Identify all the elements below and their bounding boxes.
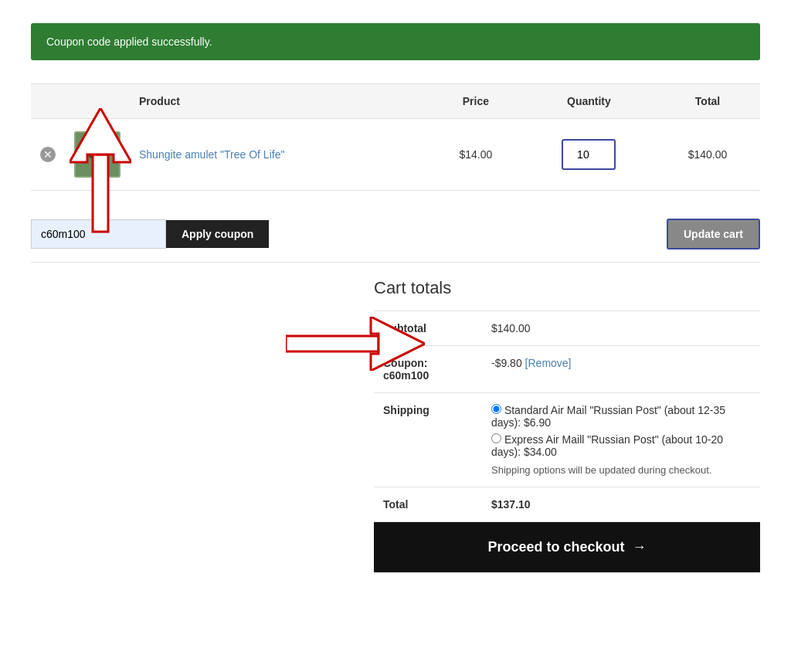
shipping-radio-express[interactable] xyxy=(491,433,501,443)
product-link[interactable]: Shungite amulet "Tree Of Life" xyxy=(139,148,284,161)
total-value: $137.10 xyxy=(482,487,760,522)
success-message: Coupon code applied successfully. xyxy=(46,36,212,48)
total-row: Total $137.10 xyxy=(374,487,760,522)
success-banner: Coupon code applied successfully. xyxy=(31,23,760,60)
shipping-note: Shipping options will be updated during … xyxy=(491,464,751,476)
shipping-standard-label: Standard Air Mail "Russian Post" (about … xyxy=(491,404,725,429)
checkout-arrow: → xyxy=(633,539,647,555)
update-cart-button[interactable]: Update cart xyxy=(667,219,760,249)
table-row: ✕ xyxy=(31,119,760,191)
red-arrow-right-svg xyxy=(286,317,425,371)
shipping-options-cell: Standard Air Mail "Russian Post" (about … xyxy=(482,393,760,487)
shipping-label: Shipping xyxy=(374,393,482,487)
cart-table: Product Price Quantity Total ✕ xyxy=(31,83,760,191)
subtotal-value: $140.00 xyxy=(482,311,760,346)
checkout-label: Proceed to checkout xyxy=(487,539,624,555)
coupon-discount: -$9.80 xyxy=(491,357,522,369)
subtotal-row: Subtotal $140.00 xyxy=(374,311,760,346)
shipping-option-express: Express Air Maill "Russian Post" (about … xyxy=(491,433,751,458)
quantity-input[interactable] xyxy=(562,139,616,170)
apply-coupon-button[interactable]: Apply coupon xyxy=(166,220,269,248)
product-price: $14.00 xyxy=(429,119,523,191)
product-name-cell: Shungite amulet "Tree Of Life" xyxy=(130,119,429,191)
col-header-price: Price xyxy=(429,84,523,119)
shipping-express-label: Express Air Maill "Russian Post" (about … xyxy=(491,433,723,458)
cart-totals-box: Cart totals Subtotal $140.00 Coupon: c60… xyxy=(374,278,760,572)
svg-rect-12 xyxy=(286,336,379,351)
checkout-button[interactable]: Proceed to checkout → xyxy=(374,522,760,572)
totals-table: Subtotal $140.00 Coupon: c60m100 -$9.80 … xyxy=(374,311,760,522)
col-header-product: Product xyxy=(130,84,429,119)
coupon-value-cell: -$9.80 [Remove] xyxy=(482,346,760,393)
remove-coupon-link[interactable]: [Remove] xyxy=(525,357,572,369)
svg-rect-10 xyxy=(93,154,108,232)
svg-marker-11 xyxy=(70,108,131,162)
shipping-row: Shipping Standard Air Mail "Russian Post… xyxy=(374,393,760,487)
shipping-radio-standard[interactable] xyxy=(491,404,501,414)
coupon-name: c60m100 xyxy=(383,369,429,382)
col-header-total: Total xyxy=(655,84,760,119)
total-label: Total xyxy=(374,487,482,522)
cart-totals-title: Cart totals xyxy=(374,278,760,298)
shipping-option-standard: Standard Air Mail "Russian Post" (about … xyxy=(491,404,751,429)
col-header-quantity: Quantity xyxy=(523,84,655,119)
remove-item-button[interactable]: ✕ xyxy=(40,147,56,162)
red-arrow-up-svg xyxy=(70,108,131,247)
checkout-button-wrapper: Proceed to checkout → xyxy=(374,522,760,572)
svg-marker-13 xyxy=(371,317,425,371)
product-total: $140.00 xyxy=(655,119,760,191)
coupon-row-totals: Coupon: c60m100 -$9.80 [Remove] xyxy=(374,346,760,393)
coupon-row: Apply coupon Update cart xyxy=(31,206,760,263)
